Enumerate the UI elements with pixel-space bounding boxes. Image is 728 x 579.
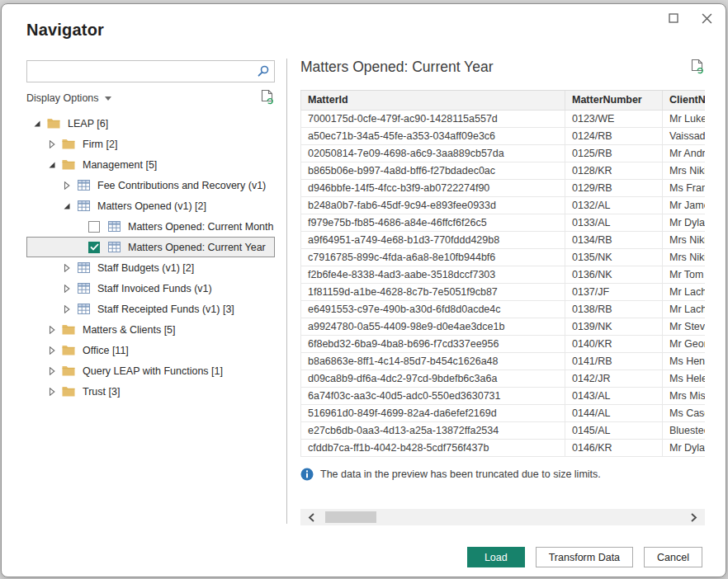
table-cell: Mr Tom Givney <box>663 266 706 283</box>
table-cell: Mr Dylan Vladimir <box>663 439 706 456</box>
tree-item[interactable]: Management [5] <box>26 154 275 175</box>
table-cell: c7916785-899c-4fda-a6a8-8e10fb944bf6 <box>301 248 565 266</box>
expand-icon[interactable] <box>45 385 59 398</box>
expand-icon[interactable] <box>60 282 73 295</box>
table-cell: Mr Lachlan Thomas <box>663 283 706 300</box>
search-input[interactable] <box>32 62 248 81</box>
table-icon <box>77 179 90 192</box>
expand-icon[interactable] <box>60 261 73 275</box>
table-row: f979e75b-fb85-4686-a84e-46ffcf6f26c50133… <box>301 214 706 231</box>
table-row: c7916785-899c-4fda-a6a8-8e10fb944bf60135… <box>301 248 706 266</box>
tree-item-label: Matters Opened: Current Month <box>128 221 280 233</box>
table-row: f2b6fe4e-8338-4ad3-aabe-3518dccf73030136… <box>301 266 706 283</box>
tree-item-label: Firm [2] <box>83 139 124 150</box>
table-row: a9f64951-a749-4e68-b1d3-770fddd429b80134… <box>301 231 706 248</box>
tree-item[interactable]: Matters Opened: Current Year <box>26 237 275 257</box>
truncation-notice-text: The data in the preview has been truncat… <box>320 468 601 480</box>
tree-item[interactable]: Staff Invoiced Funds (v1) <box>26 278 275 299</box>
expand-icon[interactable] <box>60 179 73 192</box>
expand-icon[interactable] <box>60 303 73 316</box>
table-row: d09ca8b9-df6a-4dc2-97cd-9bdefb6c3a6a0142… <box>301 370 706 387</box>
table-row: a50ec71b-34a5-45fe-a353-034aff09e3c60124… <box>301 127 706 144</box>
tree-item-label: Matters Opened (v1) [2] <box>97 200 213 212</box>
table-cell: 0144/AL <box>565 404 663 421</box>
refresh-table-icon[interactable] <box>691 59 705 78</box>
table-cell: Ms Henrietta Muller <box>663 352 706 370</box>
table-cell: 0139/NK <box>565 318 663 335</box>
collapse-icon[interactable] <box>60 200 73 213</box>
checkbox-checked[interactable] <box>88 242 100 253</box>
tree-item[interactable]: Staff Receipted Funds (v1) [3] <box>26 299 275 319</box>
table-row: 6f8ebd32-6ba9-4ba8-b696-f7cd337ee9560140… <box>301 335 706 352</box>
expand-icon[interactable] <box>45 344 59 357</box>
table-cell: Bluesteel Constructions Pty Ltd <box>663 421 706 439</box>
tree-item[interactable]: Firm [2] <box>26 134 275 154</box>
maximize-button[interactable] <box>663 9 684 27</box>
tree-item-label: Staff Receipted Funds (v1) [3] <box>97 304 241 315</box>
table-cell: 0134/RB <box>565 231 663 248</box>
navigator-tree: LEAP [6]Firm [2]Management [5]Fee Contri… <box>26 113 275 402</box>
table-cell: 0142/JR <box>565 370 663 387</box>
table-row: e27cb6db-0aa3-4d13-a25a-13872ffa25340145… <box>301 421 706 439</box>
tree-item-label: Staff Budgets (v1) [2] <box>97 262 201 274</box>
table-row: a9924780-0a55-4409-98e9-d0e4ae3dce1b0139… <box>301 318 706 335</box>
table-cell: 0135/NK <box>565 248 663 266</box>
tree-item[interactable]: Trust [3] <box>26 381 275 402</box>
folder-icon <box>62 138 75 151</box>
table-cell: Mr James Eley <box>663 196 706 214</box>
truncation-notice: The data in the preview has been truncat… <box>300 468 705 481</box>
tree-item[interactable]: Fee Contributions and Recovery (v1) <box>26 175 275 195</box>
collapse-icon[interactable] <box>45 158 59 172</box>
folder-icon <box>62 385 75 398</box>
scroll-right-icon[interactable] <box>683 509 705 525</box>
tree-item-label: Management [5] <box>83 159 163 171</box>
transform-data-button[interactable]: Transform Data <box>536 547 633 567</box>
table-header-row: MatterIdMatterNumberClientNameLong <box>301 91 706 110</box>
scrollbar-thumb[interactable] <box>325 511 376 523</box>
checkbox-unchecked[interactable] <box>88 221 100 233</box>
expand-icon[interactable] <box>45 365 59 378</box>
preview-table: MatterIdMatterNumberClientNameLong 70001… <box>300 91 705 457</box>
table-row: d946bbfe-14f5-4fcc-b3f9-ab0722274f900129… <box>301 179 706 196</box>
table-cell: Vaissade Pty Ltd <box>663 127 706 144</box>
table-cell: Mrs Nikita Kean <box>663 231 706 248</box>
horizontal-scrollbar[interactable] <box>300 509 705 525</box>
display-options-dropdown[interactable]: Display Options <box>26 92 111 104</box>
table-cell: f2b6fe4e-8338-4ad3-aabe-3518dccf7303 <box>301 266 565 283</box>
load-button[interactable]: Load <box>467 547 525 567</box>
table-cell: 0140/KR <box>565 335 663 352</box>
refresh-preview-icon[interactable] <box>261 89 275 108</box>
search-icon[interactable] <box>256 64 270 82</box>
collapse-icon[interactable] <box>31 117 44 130</box>
expand-icon[interactable] <box>45 138 59 151</box>
tree-item[interactable]: LEAP [6] <box>26 113 275 134</box>
expand-icon[interactable] <box>45 323 59 337</box>
tree-item-label: Matters & Clients [5] <box>83 324 182 336</box>
scroll-left-icon[interactable] <box>300 509 322 525</box>
folder-icon <box>47 117 60 130</box>
tree-item[interactable]: Matters & Clients [5] <box>26 319 275 340</box>
tree-item[interactable]: Staff Budgets (v1) [2] <box>26 257 275 278</box>
tree-item[interactable]: Matters Opened: Current Month <box>26 216 275 237</box>
table-cell: Mr Lachlan Thomas <box>663 300 706 318</box>
tree-item-label: Fee Contributions and Recovery (v1) <box>97 180 272 191</box>
table-cell: 0145/AL <box>565 421 663 439</box>
table-cell: b865b06e-b997-4a8d-bff6-f27bdadec0ac <box>301 162 565 179</box>
preview-table-container: MatterIdMatterNumberClientNameLong 70001… <box>300 90 705 457</box>
table-row: 7000175d-0cfe-479f-ac90-1428115a557d0123… <box>301 110 706 127</box>
table-cell: Mrs Nikita Kean <box>663 162 706 179</box>
folder-icon <box>62 365 75 378</box>
close-button[interactable] <box>696 9 717 27</box>
table-cell: 6a74f03c-aa3c-40d5-adc0-550ed3630731 <box>301 387 565 404</box>
table-icon <box>77 303 90 316</box>
tree-item[interactable]: Office [11] <box>26 340 275 360</box>
tree-item[interactable]: Query LEAP with Functions [1] <box>26 360 275 381</box>
table-cell: 02050814-7e09-4698-a6c9-3aa889cb57da <box>301 144 565 162</box>
cancel-button[interactable]: Cancel <box>644 547 702 567</box>
table-row: 1f81159d-a1be-4628-8c7b-7e5051f9cb870137… <box>301 283 706 300</box>
search-box <box>26 60 275 82</box>
tree-item[interactable]: Matters Opened (v1) [2] <box>26 195 275 216</box>
table-cell: 0136/NK <box>565 266 663 283</box>
table-icon <box>77 282 90 295</box>
table-row: e6491553-c97e-490b-a30d-6fd8d0acde4c0138… <box>301 300 706 318</box>
